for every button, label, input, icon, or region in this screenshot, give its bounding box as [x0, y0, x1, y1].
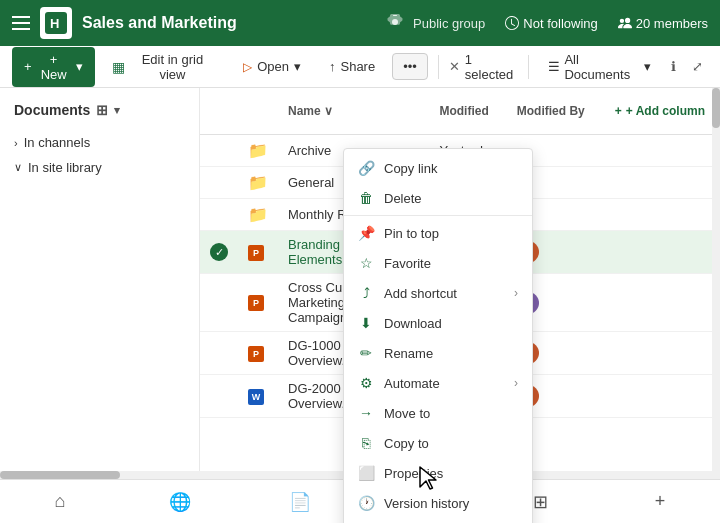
row-checkbox[interactable]: [200, 332, 238, 375]
not-following-button[interactable]: Not following: [505, 16, 597, 31]
in-site-library-label: In site library: [28, 160, 102, 175]
menu-item-version-history[interactable]: 🕐Version history: [344, 488, 532, 518]
share-label: Share: [340, 59, 375, 74]
menu-item-automate[interactable]: ⚙Automate›: [344, 368, 532, 398]
menu-label-copy-link: Copy link: [384, 161, 437, 176]
row-type-icon: P: [238, 274, 278, 332]
open-button[interactable]: ▷ Open ▾: [232, 53, 312, 80]
col-name[interactable]: Name ∨: [278, 88, 429, 135]
list-icon: ☰: [548, 59, 560, 74]
row-add-col: [595, 231, 720, 274]
context-menu: 🔗Copy link🗑Delete📌Pin to top☆Favorite⤴Ad…: [343, 148, 533, 523]
in-channels-label: In channels: [24, 135, 91, 150]
menu-arrow-automate: ›: [514, 376, 518, 390]
menu-item-delete[interactable]: 🗑Delete: [344, 183, 532, 213]
row-type-icon: 📁: [238, 135, 278, 167]
open-label: Open: [257, 59, 289, 74]
more-button[interactable]: •••: [392, 53, 428, 80]
row-checkbox[interactable]: [200, 135, 238, 167]
menu-label-download: Download: [384, 316, 442, 331]
members-button[interactable]: 20 members: [618, 16, 708, 31]
settings-icon[interactable]: [387, 14, 403, 33]
col-file-icon: [238, 88, 278, 135]
bottom-nav-files[interactable]: 📄: [278, 480, 322, 524]
toolbar-right: ✕ 1 selected ☰ All Documents ▾ ℹ ⤢: [449, 47, 708, 87]
sidebar-section: › In channels ∨ In site library: [8, 130, 191, 180]
row-add-col: [595, 135, 720, 167]
site-title: Sales and Marketing: [82, 14, 377, 32]
file-name-text: Archive: [288, 143, 331, 158]
menu-item-properties[interactable]: ⬜Properties: [344, 458, 532, 488]
menu-label-properties: Properties: [384, 466, 443, 481]
all-docs-chevron: ▾: [644, 59, 651, 74]
add-shortcut-icon: ⤴: [358, 285, 374, 301]
app-logo: H: [40, 7, 72, 39]
menu-label-delete: Delete: [384, 191, 422, 206]
pptx-icon: P: [248, 346, 264, 362]
row-checkbox[interactable]: [200, 375, 238, 418]
row-type-icon: 📁: [238, 199, 278, 231]
channels-chevron: ›: [14, 137, 18, 149]
vertical-scrollbar[interactable]: [712, 88, 720, 523]
docx-icon: W: [248, 389, 264, 405]
pin-to-top-icon: 📌: [358, 225, 374, 241]
folder-icon: 📁: [248, 174, 268, 191]
row-checkbox[interactable]: [200, 199, 238, 231]
rename-icon: ✏: [358, 345, 374, 361]
row-add-col: [595, 167, 720, 199]
share-button[interactable]: ↑ Share: [318, 53, 386, 80]
automate-icon: ⚙: [358, 375, 374, 391]
menu-label-version-history: Version history: [384, 496, 469, 511]
folder-icon: 📁: [248, 142, 268, 159]
col-add-column[interactable]: + + Add column: [595, 88, 720, 135]
row-checkbox[interactable]: [200, 167, 238, 199]
menu-item-move-to[interactable]: →Move to: [344, 398, 532, 428]
row-checkbox[interactable]: ✓: [200, 231, 238, 274]
edit-grid-button[interactable]: ▦ Edit in grid view: [101, 46, 227, 88]
menu-arrow-add-shortcut: ›: [514, 286, 518, 300]
row-checkbox[interactable]: [200, 274, 238, 332]
open-chevron: ▾: [294, 59, 301, 74]
pptx-icon: P: [248, 245, 264, 261]
bottom-nav-home[interactable]: ⌂: [38, 480, 82, 524]
info-button[interactable]: ℹ: [666, 54, 681, 79]
hamburger-menu[interactable]: [12, 16, 30, 30]
new-button[interactable]: + + New ▾: [12, 47, 95, 87]
menu-item-download[interactable]: ⬇Download: [344, 308, 532, 338]
toolbar-sep2: [528, 55, 529, 79]
selected-badge: ✕ 1 selected: [449, 52, 519, 82]
menu-item-add-shortcut[interactable]: ⤴Add shortcut›: [344, 278, 532, 308]
scrollbar-thumb[interactable]: [712, 88, 720, 128]
menu-label-pin-to-top: Pin to top: [384, 226, 439, 241]
col-modified[interactable]: Modified: [429, 88, 506, 135]
svg-text:H: H: [50, 16, 59, 31]
row-type-icon: W: [238, 375, 278, 418]
menu-item-alert-me[interactable]: 🔔Alert me: [344, 518, 532, 523]
selected-count: 1 selected: [465, 52, 519, 82]
move-to-icon: →: [358, 405, 374, 421]
site-library-chevron: ∨: [14, 161, 22, 174]
share-icon: ↑: [329, 59, 336, 74]
sidebar-item-in-channels[interactable]: › In channels: [8, 130, 191, 155]
menu-item-copy-to[interactable]: ⎘Copy to: [344, 428, 532, 458]
copy-to-icon: ⎘: [358, 435, 374, 451]
col-checkbox: [200, 88, 238, 135]
all-docs-label: All Documents: [564, 52, 640, 82]
menu-item-favorite[interactable]: ☆Favorite: [344, 248, 532, 278]
sidebar-item-in-site-library[interactable]: ∨ In site library: [8, 155, 191, 180]
row-type-icon: 📁: [238, 167, 278, 199]
menu-item-rename[interactable]: ✏Rename: [344, 338, 532, 368]
bottom-nav-more[interactable]: +: [638, 480, 682, 524]
menu-item-pin-to-top[interactable]: 📌Pin to top: [344, 218, 532, 248]
all-documents-button[interactable]: ☰ All Documents ▾: [539, 47, 660, 87]
menu-item-copy-link[interactable]: 🔗Copy link: [344, 153, 532, 183]
col-modified-by[interactable]: Modified By: [507, 88, 595, 135]
documents-chevron[interactable]: ▾: [114, 104, 120, 117]
folder-icon: 📁: [248, 206, 268, 223]
menu-divider: [344, 215, 532, 216]
h-scrollbar-thumb[interactable]: [0, 471, 120, 479]
deselect-icon[interactable]: ✕: [449, 59, 460, 74]
bottom-nav-globe[interactable]: 🌐: [158, 480, 202, 524]
copy-link-icon: 🔗: [358, 160, 374, 176]
expand-button[interactable]: ⤢: [687, 54, 708, 79]
